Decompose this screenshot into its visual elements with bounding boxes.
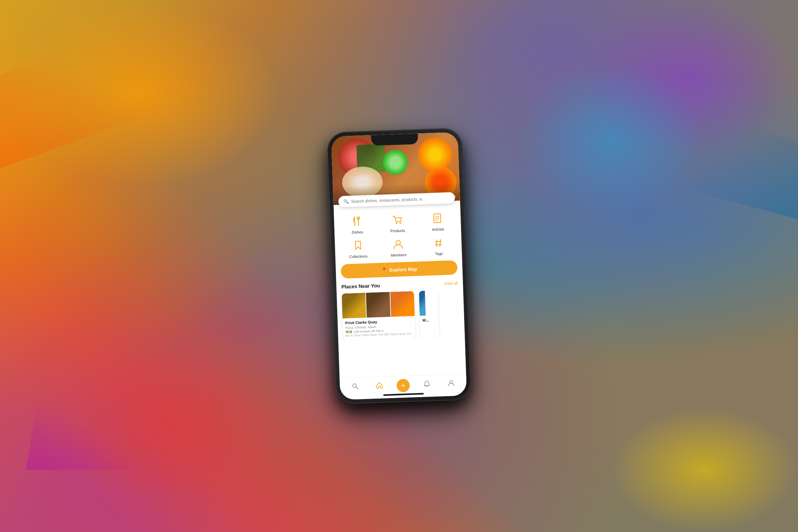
place-images-2 (419, 290, 439, 316)
food-item-citrus (417, 137, 453, 173)
phone-notch (371, 134, 418, 146)
place-img-4 (419, 291, 425, 316)
articles-icon (431, 211, 445, 226)
category-members[interactable]: Members (380, 237, 416, 258)
svg-point-4 (400, 222, 401, 224)
articles-label: Articles (432, 227, 444, 232)
svg-line-2 (358, 220, 359, 226)
search-input[interactable] (351, 196, 450, 204)
phone-screen: ✕ Pink Aloah Bowl 👤 ezgis-essentials 🔍 (331, 132, 467, 400)
category-tags[interactable]: Tags (420, 235, 457, 256)
plus-icon: + (401, 381, 405, 390)
bottom-navigation: + (340, 374, 467, 400)
bell-icon (423, 380, 431, 389)
search-nav-icon (351, 382, 359, 392)
place-info-2: M... (420, 315, 439, 326)
svg-point-9 (396, 241, 400, 245)
place-card-prive[interactable]: Privé Clarke Quay Pizza, Chinese, Italia… (342, 291, 416, 340)
profile-nav-icon (448, 379, 455, 388)
svg-line-15 (356, 387, 358, 389)
place-images (342, 291, 415, 318)
svg-line-12 (436, 240, 437, 247)
members-label: Members (391, 253, 406, 258)
review-count: (140 reviews) (353, 329, 370, 333)
place-card-partial[interactable]: M... (419, 290, 439, 338)
place-distance: 934 m (376, 329, 384, 332)
category-articles[interactable]: Articles (420, 211, 456, 232)
stars-icon: 🌿🌿 (345, 330, 352, 334)
members-icon (391, 237, 405, 251)
phone-shell: ✕ Pink Aloah Bowl 👤 ezgis-essentials 🔍 (327, 128, 471, 404)
places-scroll[interactable]: Privé Clarke Quay Pizza, Chinese, Italia… (337, 289, 465, 341)
home-nav-icon (376, 382, 383, 391)
explore-map-label: Explore Map (389, 266, 417, 272)
products-label: Products (390, 228, 405, 233)
nav-profile[interactable] (444, 377, 458, 390)
nav-add-button[interactable]: + (397, 379, 410, 392)
place-img-2 (366, 292, 391, 318)
phone-device: ✕ Pink Aloah Bowl 👤 ezgis-essentials 🔍 (327, 128, 471, 404)
place-img-3 (390, 291, 415, 317)
category-products[interactable]: Products (379, 212, 416, 234)
svg-point-3 (396, 223, 397, 224)
nav-notifications[interactable] (420, 378, 434, 391)
category-grid: Dishes Products (334, 205, 462, 263)
place-img-1 (342, 293, 366, 319)
category-dishes[interactable]: Dishes (339, 214, 375, 235)
tags-icon (431, 236, 446, 250)
content-area: Dishes Products (334, 205, 466, 378)
explore-map-button[interactable]: 📍 Explore Map (341, 260, 458, 279)
tags-label: Tags (435, 251, 443, 256)
nav-home[interactable] (372, 380, 387, 393)
food-item-kiwi (382, 150, 409, 175)
dishes-icon (350, 214, 364, 229)
price-indicator: $$ (371, 329, 375, 332)
search-icon: 🔍 (343, 199, 349, 204)
svg-line-0 (355, 217, 355, 226)
svg-line-13 (439, 240, 441, 246)
nav-search[interactable] (348, 381, 363, 394)
collections-label: Collections (349, 254, 367, 259)
place-info: Privé Clarke Quay Pizza, Chinese, Italia… (343, 316, 416, 340)
scene-container: ✕ Pink Aloah Bowl 👤 ezgis-essentials 🔍 (0, 0, 798, 532)
explore-map-pin-icon: 📍 (381, 267, 387, 273)
dishes-label: Dishes (351, 230, 363, 234)
view-all-link[interactable]: View all (444, 281, 458, 286)
category-collections[interactable]: Collections (340, 238, 376, 260)
place-name-2: M... (422, 318, 436, 323)
collections-icon (351, 239, 365, 253)
products-icon (390, 213, 405, 227)
places-title: Places Near You (341, 283, 380, 290)
